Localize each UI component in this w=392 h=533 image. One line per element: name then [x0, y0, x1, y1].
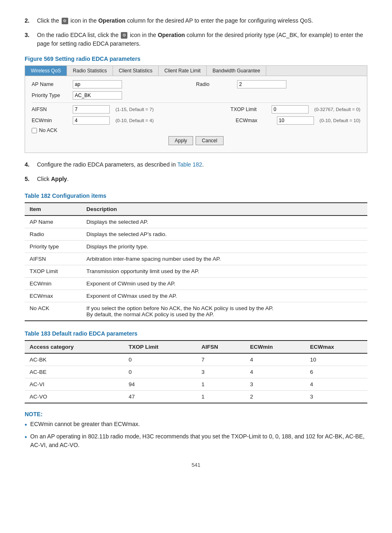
- ecwmin-label: ECWmin: [32, 118, 69, 123]
- aifsn-hint: (1-15, Default = 7): [115, 107, 154, 112]
- radio-label: Radio: [196, 81, 233, 87]
- ecwmax-hint: (0-10, Default = 10): [320, 118, 360, 123]
- table-row: AC-VO 47 1 2 3: [25, 391, 367, 403]
- desc-ecwmax: Exponent of CWmax used by the AP.: [81, 290, 367, 302]
- ecwmin-be: 4: [245, 366, 305, 378]
- ecwmax-vo: 3: [305, 391, 367, 403]
- form-row-aifsn-txop: AIFSN (1-15, Default = 7) TXOP Limit (0-…: [32, 105, 360, 114]
- operation-icon-1: ⚙: [62, 18, 68, 24]
- desc-ecwmin: Exponent of CWmin used by the AP.: [81, 278, 367, 290]
- cat-be: AC-BE: [25, 366, 124, 378]
- note-section: NOTE: • ECWmin cannot be greater than EC…: [25, 411, 367, 450]
- ecwmax-input[interactable]: [277, 116, 314, 125]
- form-container: Wireless QoS Radio Statistics Client Sta…: [25, 65, 367, 153]
- step-num-3: 3.: [25, 31, 32, 48]
- txop-be: 0: [124, 366, 196, 378]
- col-txop: TXOP Limit: [124, 341, 196, 353]
- aifsn-vi: 1: [196, 378, 245, 391]
- ecwmin-bk: 4: [245, 353, 305, 366]
- aifsn-vo: 1: [196, 391, 245, 403]
- item-ecwmin: ECWmin: [25, 278, 81, 290]
- table-row: AIFSN Arbitration inter-frame spacing nu…: [25, 253, 367, 265]
- no-ack-row: No ACK: [32, 127, 360, 133]
- desc-txop: Transmission opportunity limit used by t…: [81, 265, 367, 278]
- figure-title: Figure 569 Setting radio EDCA parameters: [25, 56, 367, 62]
- ap-name-input[interactable]: [73, 80, 122, 88]
- step-text-3: On the radio EDCA list, click the ⚙ icon…: [37, 31, 367, 48]
- step-3: 3. On the radio EDCA list, click the ⚙ i…: [25, 31, 367, 48]
- step-text-4: Configure the radio EDCA parameters, as …: [37, 160, 367, 169]
- tab-client-rate-limit[interactable]: Client Rate Limit: [159, 66, 207, 76]
- col-item: Item: [25, 203, 81, 216]
- ecwmin-hint: (0-10, Default = 4): [115, 118, 154, 123]
- txop-vo: 47: [124, 391, 196, 403]
- tab-client-statistics[interactable]: Client Statistics: [113, 66, 159, 76]
- item-ap-name: AP Name: [25, 216, 81, 228]
- txop-bk: 0: [124, 353, 196, 366]
- priority-type-input[interactable]: [73, 91, 122, 100]
- step-num-4: 4.: [25, 160, 32, 169]
- note-title: NOTE:: [25, 411, 367, 417]
- ecwmax-be: 6: [305, 366, 367, 378]
- item-aifsn: AIFSN: [25, 253, 81, 265]
- col-ecwmax: ECWmax: [305, 341, 367, 353]
- bullet-2: •: [25, 432, 27, 450]
- step-num-2: 2.: [25, 16, 32, 25]
- ecwmin-input[interactable]: [73, 116, 110, 125]
- apply-button[interactable]: Apply: [168, 136, 193, 145]
- form-buttons: Apply Cancel: [32, 136, 360, 148]
- table-row: AP Name Displays the selected AP.: [25, 216, 367, 228]
- ecwmax-bk: 10: [305, 353, 367, 366]
- aifsn-be: 3: [196, 366, 245, 378]
- item-priority: Priority type: [25, 241, 81, 253]
- col-ecwmin: ECWmin: [245, 341, 305, 353]
- cancel-button[interactable]: Cancel: [196, 136, 223, 145]
- table-row: ECWmin Exponent of CWmin used by the AP.: [25, 278, 367, 290]
- ecwmin-vo: 2: [245, 391, 305, 403]
- table-row: Radio Displays the selected AP's radio.: [25, 228, 367, 241]
- tab-wireless-qos[interactable]: Wireless QoS: [25, 66, 67, 76]
- ecwmax-vi: 4: [305, 378, 367, 391]
- aifsn-bk: 7: [196, 353, 245, 366]
- step-num-5: 5.: [25, 175, 32, 183]
- desc-radio: Displays the selected AP's radio.: [81, 228, 367, 241]
- table-row: ECWmax Exponent of CWmax used by the AP.: [25, 290, 367, 302]
- tab-radio-statistics[interactable]: Radio Statistics: [67, 66, 113, 76]
- aifsn-input[interactable]: [73, 105, 110, 114]
- col-aifsn: AIFSN: [196, 341, 245, 353]
- no-ack-label: No ACK: [39, 127, 57, 133]
- item-ecwmax: ECWmax: [25, 290, 81, 302]
- table-row: TXOP Limit Transmission opportunity limi…: [25, 265, 367, 278]
- table-row: AC-BK 0 7 4 10: [25, 353, 367, 366]
- step-text-2: Click the ⚙ icon in the Operation column…: [37, 16, 367, 25]
- step-text-5: Click Apply.: [37, 175, 367, 183]
- tab-bar: Wireless QoS Radio Statistics Client Sta…: [25, 66, 367, 76]
- radio-input[interactable]: [237, 80, 286, 88]
- note-text-2: On an AP operating in 802.11b radio mode…: [30, 432, 367, 450]
- tab-bandwidth-guarantee[interactable]: Bandwidth Guarantee: [207, 66, 266, 76]
- table183-title: Table 183 Default radio EDCA parameters: [25, 330, 367, 337]
- table-row: Priority type Displays the priority type…: [25, 241, 367, 253]
- cat-vi: AC-VI: [25, 378, 124, 391]
- txop-input[interactable]: [272, 105, 309, 114]
- note-item-2: • On an AP operating in 802.11b radio mo…: [25, 432, 367, 450]
- desc-noack: If you select the option before No ACK, …: [81, 302, 367, 321]
- txop-vi: 94: [124, 378, 196, 391]
- table-row: AC-VI 94 1 3 4: [25, 378, 367, 391]
- cat-vo: AC-VO: [25, 391, 124, 403]
- table182-title: Table 182 Configuration items: [25, 192, 367, 199]
- note-text-1: ECWmin cannot be greater than ECWmax.: [30, 420, 140, 430]
- txop-hint: (0-32767, Default = 0): [314, 107, 360, 112]
- item-txop: TXOP Limit: [25, 265, 81, 278]
- txop-label: TXOP Limit: [231, 107, 267, 112]
- table-row-noack: No ACK If you select the option before N…: [25, 302, 367, 321]
- table182-link[interactable]: Table 182: [177, 161, 202, 168]
- no-ack-checkbox[interactable]: [32, 128, 37, 133]
- ap-name-label: AP Name: [32, 81, 69, 87]
- cat-bk: AC-BK: [25, 353, 124, 366]
- col-description: Description: [81, 203, 367, 216]
- form-row-ecwmin-ecwmax: ECWmin (0-10, Default = 4) ECWmax (0-10,…: [32, 116, 360, 125]
- form-row-apname-radio: AP Name Radio: [32, 80, 360, 88]
- desc-aifsn: Arbitration inter-frame spacing number u…: [81, 253, 367, 265]
- desc-priority: Displays the priority type.: [81, 241, 367, 253]
